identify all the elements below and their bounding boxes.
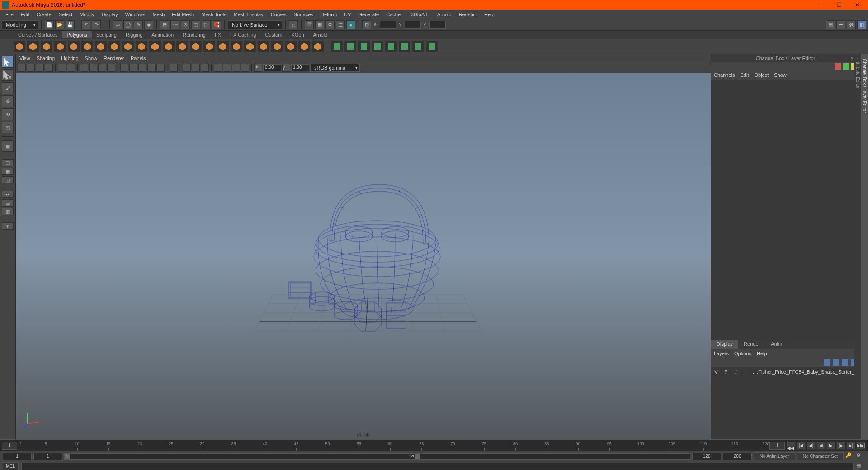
select-by-icon[interactable]: ▭ [113, 20, 122, 29]
shelf-tab-animation[interactable]: Animation [147, 31, 178, 38]
shelf-sphere-icon[interactable] [14, 41, 25, 52]
z-input[interactable] [429, 21, 446, 29]
shelf-platonic-icon[interactable] [163, 41, 175, 52]
snap-plane-icon[interactable]: ◫ [191, 20, 200, 29]
y-input[interactable] [405, 21, 421, 29]
last-tool[interactable]: ▦ [2, 140, 14, 152]
vp-isolate-icon[interactable] [170, 64, 178, 72]
vp-motionblur-icon[interactable] [223, 64, 231, 72]
range-min-input[interactable]: 1 [3, 453, 32, 460]
vp-menu-shading[interactable]: Shading [37, 56, 55, 61]
layer-tab-display[interactable]: Display [711, 340, 738, 349]
ipr-icon[interactable]: ▦ [315, 20, 324, 29]
menu-file[interactable]: File [2, 11, 17, 18]
shelf-quad-icon[interactable] [312, 41, 324, 52]
menu-help[interactable]: Help [481, 11, 498, 18]
shelf-booleanB-icon[interactable] [344, 41, 356, 52]
outliner-persp-layout[interactable]: ☷ [2, 191, 14, 198]
vp-menu-show[interactable]: Show [85, 56, 98, 61]
menu-mesh[interactable]: Mesh [149, 11, 168, 18]
range-handle-end[interactable] [415, 454, 420, 459]
x-input[interactable] [380, 21, 396, 29]
vp-2d-pan-icon[interactable] [58, 64, 66, 72]
attribute-editor-icon[interactable]: ☰ [836, 20, 845, 29]
shelf-booleanC-icon[interactable] [358, 41, 370, 52]
vp-menu-panels[interactable]: Panels [131, 56, 146, 61]
shelf-combine-icon[interactable] [244, 41, 256, 52]
shelf-soccer-icon[interactable] [149, 41, 161, 52]
vp-menu-renderer[interactable]: Renderer [104, 56, 124, 61]
shelf-gear-icon[interactable] [217, 41, 229, 52]
time-slider[interactable]: 1 15101520253035404550556065707580859095… [0, 439, 868, 451]
layer-tab-anim[interactable]: Anim [765, 340, 788, 349]
cb-menu-edit[interactable]: Edit [740, 72, 749, 78]
side-tab-attribute-editor[interactable]: Attribute Editor [854, 54, 861, 439]
shelf-tab-polygons[interactable]: Polygons [62, 31, 91, 38]
workspace-dropdown[interactable]: Modeling [2, 20, 38, 29]
vp-shaded-icon[interactable] [129, 64, 137, 72]
cb-menu-channels[interactable]: Channels [714, 72, 735, 78]
shelf-tab-custom[interactable]: Custom [261, 31, 287, 38]
shelf-disc-icon[interactable] [203, 41, 215, 52]
menu-surfaces[interactable]: Surfaces [290, 11, 317, 18]
menu--3dtoall-[interactable]: - 3DtoAll - [404, 11, 434, 18]
play-back-button[interactable]: ◀ [816, 442, 826, 450]
go-to-end-button[interactable]: ▶▶| [856, 442, 865, 450]
menu-display[interactable]: Display [98, 11, 122, 18]
rotate-tool[interactable]: ⟲ [2, 108, 14, 120]
menu-edit-mesh[interactable]: Edit Mesh [168, 11, 198, 18]
time-ruler[interactable]: 1510152025303540455055606570758085909510… [21, 441, 766, 451]
prefs-icon[interactable]: ⚙ [856, 452, 865, 461]
vp-menu-view[interactable]: View [19, 56, 30, 61]
shelf-helix-icon[interactable] [136, 41, 147, 52]
live-icon[interactable]: 🧲 [212, 20, 221, 29]
close-button[interactable]: ✕ [848, 0, 866, 10]
shelf-torus-icon[interactable] [81, 41, 93, 52]
xform-icon[interactable]: ⊡ [362, 20, 371, 29]
lasso-select-icon[interactable]: ◯ [123, 20, 132, 29]
shelf-cone-icon[interactable] [54, 41, 66, 52]
scale-tool[interactable]: ◰ [2, 122, 14, 133]
current-frame-left[interactable]: 1 [2, 442, 17, 450]
shelf-pyramid-icon[interactable] [108, 41, 120, 52]
snap-point-icon[interactable]: ⊙ [181, 20, 190, 29]
vp-wire-on-shaded-icon[interactable] [201, 64, 209, 72]
save-scene-icon[interactable]: 💾 [66, 20, 75, 29]
vp-dof-icon[interactable] [241, 64, 249, 72]
vp-film-gate-icon[interactable] [89, 64, 97, 72]
vp-shadows-icon[interactable] [156, 64, 165, 72]
vp-exposure-icon[interactable]: ☀ [254, 64, 262, 72]
menu-mesh-tools[interactable]: Mesh Tools [198, 11, 230, 18]
shelf-tab-xgen[interactable]: XGen [287, 31, 308, 38]
layer-type-toggle[interactable]: / [733, 369, 739, 375]
open-scene-icon[interactable]: 📂 [55, 20, 64, 29]
shelf-extrude-icon[interactable] [399, 41, 410, 52]
panel-undock-icon[interactable]: ▫ [857, 56, 859, 61]
layer-add-empty-icon[interactable] [842, 359, 848, 366]
shelf-bridge-icon[interactable] [385, 41, 397, 52]
vp-ssao-icon[interactable] [214, 64, 222, 72]
shelf-svg-icon[interactable] [176, 41, 188, 52]
two-pane-side-layout[interactable]: ◫ [2, 176, 14, 183]
minimize-button[interactable]: ─ [812, 0, 830, 10]
vp-xray-joints-icon[interactable] [192, 64, 200, 72]
shelf-tab-curves-surfaces[interactable]: Curves / Surfaces [14, 31, 62, 38]
step-back-button[interactable]: ◀| [807, 442, 816, 450]
panel-close-icon[interactable]: × [851, 56, 854, 61]
vp-textured-icon[interactable] [138, 64, 146, 72]
shelf-multicut-icon[interactable] [412, 41, 424, 52]
shelf-pipe-icon[interactable] [122, 41, 134, 52]
menu-windows[interactable]: Windows [122, 11, 149, 18]
maximize-button[interactable]: ❐ [830, 0, 848, 10]
auto-key-icon[interactable]: 🔑 [845, 452, 854, 461]
menu-deform[interactable]: Deform [317, 11, 340, 18]
paint-select-icon[interactable]: ✎ [134, 20, 143, 29]
render-settings-icon[interactable]: ⚙ [326, 20, 335, 29]
vp-colorspace-dropdown[interactable]: sRGB gamma [310, 64, 360, 72]
layer-move-down-icon[interactable] [833, 359, 839, 366]
redo-icon[interactable]: ↷ [92, 20, 101, 29]
menu-mesh-display[interactable]: Mesh Display [230, 11, 267, 18]
vp-multisample-icon[interactable] [232, 64, 240, 72]
step-forward-key-button[interactable]: ▶| [846, 442, 855, 450]
step-back-key-button[interactable]: |◀ [797, 442, 806, 450]
